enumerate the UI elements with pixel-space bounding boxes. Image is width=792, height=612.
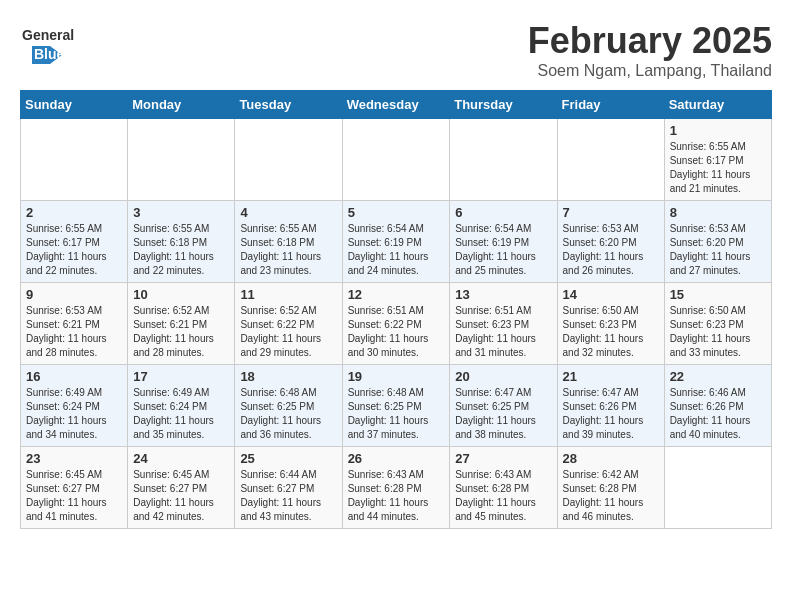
day-info: Sunrise: 6:50 AM Sunset: 6:23 PM Dayligh… bbox=[670, 304, 766, 360]
day-info: Sunrise: 6:43 AM Sunset: 6:28 PM Dayligh… bbox=[348, 468, 445, 524]
day-info: Sunrise: 6:52 AM Sunset: 6:21 PM Dayligh… bbox=[133, 304, 229, 360]
calendar-cell: 16Sunrise: 6:49 AM Sunset: 6:24 PM Dayli… bbox=[21, 365, 128, 447]
day-number: 27 bbox=[455, 451, 551, 466]
day-info: Sunrise: 6:53 AM Sunset: 6:21 PM Dayligh… bbox=[26, 304, 122, 360]
day-header-saturday: Saturday bbox=[664, 91, 771, 119]
day-number: 26 bbox=[348, 451, 445, 466]
calendar-cell: 2Sunrise: 6:55 AM Sunset: 6:17 PM Daylig… bbox=[21, 201, 128, 283]
calendar-week-row: 1Sunrise: 6:55 AM Sunset: 6:17 PM Daylig… bbox=[21, 119, 772, 201]
day-number: 1 bbox=[670, 123, 766, 138]
calendar-cell: 23Sunrise: 6:45 AM Sunset: 6:27 PM Dayli… bbox=[21, 447, 128, 529]
calendar-week-row: 2Sunrise: 6:55 AM Sunset: 6:17 PM Daylig… bbox=[21, 201, 772, 283]
calendar-cell: 11Sunrise: 6:52 AM Sunset: 6:22 PM Dayli… bbox=[235, 283, 342, 365]
day-number: 11 bbox=[240, 287, 336, 302]
calendar-cell: 5Sunrise: 6:54 AM Sunset: 6:19 PM Daylig… bbox=[342, 201, 450, 283]
calendar-cell: 19Sunrise: 6:48 AM Sunset: 6:25 PM Dayli… bbox=[342, 365, 450, 447]
day-info: Sunrise: 6:51 AM Sunset: 6:23 PM Dayligh… bbox=[455, 304, 551, 360]
calendar-table: SundayMondayTuesdayWednesdayThursdayFrid… bbox=[20, 90, 772, 529]
logo-icon: General Blue bbox=[20, 20, 90, 70]
day-info: Sunrise: 6:51 AM Sunset: 6:22 PM Dayligh… bbox=[348, 304, 445, 360]
calendar-cell: 17Sunrise: 6:49 AM Sunset: 6:24 PM Dayli… bbox=[128, 365, 235, 447]
day-number: 20 bbox=[455, 369, 551, 384]
day-info: Sunrise: 6:47 AM Sunset: 6:26 PM Dayligh… bbox=[563, 386, 659, 442]
day-header-thursday: Thursday bbox=[450, 91, 557, 119]
day-number: 4 bbox=[240, 205, 336, 220]
calendar-cell: 3Sunrise: 6:55 AM Sunset: 6:18 PM Daylig… bbox=[128, 201, 235, 283]
day-header-monday: Monday bbox=[128, 91, 235, 119]
day-number: 13 bbox=[455, 287, 551, 302]
calendar-cell: 22Sunrise: 6:46 AM Sunset: 6:26 PM Dayli… bbox=[664, 365, 771, 447]
calendar-cell: 28Sunrise: 6:42 AM Sunset: 6:28 PM Dayli… bbox=[557, 447, 664, 529]
day-info: Sunrise: 6:55 AM Sunset: 6:18 PM Dayligh… bbox=[240, 222, 336, 278]
day-header-wednesday: Wednesday bbox=[342, 91, 450, 119]
day-info: Sunrise: 6:48 AM Sunset: 6:25 PM Dayligh… bbox=[240, 386, 336, 442]
calendar-cell: 8Sunrise: 6:53 AM Sunset: 6:20 PM Daylig… bbox=[664, 201, 771, 283]
calendar-cell bbox=[128, 119, 235, 201]
day-number: 2 bbox=[26, 205, 122, 220]
day-info: Sunrise: 6:46 AM Sunset: 6:26 PM Dayligh… bbox=[670, 386, 766, 442]
day-number: 8 bbox=[670, 205, 766, 220]
day-header-sunday: Sunday bbox=[21, 91, 128, 119]
month-title: February 2025 bbox=[528, 20, 772, 62]
calendar-cell bbox=[21, 119, 128, 201]
calendar-week-row: 9Sunrise: 6:53 AM Sunset: 6:21 PM Daylig… bbox=[21, 283, 772, 365]
day-header-friday: Friday bbox=[557, 91, 664, 119]
calendar-week-row: 23Sunrise: 6:45 AM Sunset: 6:27 PM Dayli… bbox=[21, 447, 772, 529]
day-info: Sunrise: 6:42 AM Sunset: 6:28 PM Dayligh… bbox=[563, 468, 659, 524]
day-info: Sunrise: 6:50 AM Sunset: 6:23 PM Dayligh… bbox=[563, 304, 659, 360]
day-number: 9 bbox=[26, 287, 122, 302]
calendar-cell: 12Sunrise: 6:51 AM Sunset: 6:22 PM Dayli… bbox=[342, 283, 450, 365]
calendar-cell bbox=[664, 447, 771, 529]
calendar-cell: 4Sunrise: 6:55 AM Sunset: 6:18 PM Daylig… bbox=[235, 201, 342, 283]
calendar-cell: 9Sunrise: 6:53 AM Sunset: 6:21 PM Daylig… bbox=[21, 283, 128, 365]
title-section: February 2025 Soem Ngam, Lampang, Thaila… bbox=[528, 20, 772, 80]
day-number: 12 bbox=[348, 287, 445, 302]
day-info: Sunrise: 6:55 AM Sunset: 6:17 PM Dayligh… bbox=[26, 222, 122, 278]
day-info: Sunrise: 6:49 AM Sunset: 6:24 PM Dayligh… bbox=[133, 386, 229, 442]
day-number: 17 bbox=[133, 369, 229, 384]
day-info: Sunrise: 6:52 AM Sunset: 6:22 PM Dayligh… bbox=[240, 304, 336, 360]
day-number: 14 bbox=[563, 287, 659, 302]
day-number: 22 bbox=[670, 369, 766, 384]
calendar-cell: 15Sunrise: 6:50 AM Sunset: 6:23 PM Dayli… bbox=[664, 283, 771, 365]
day-number: 15 bbox=[670, 287, 766, 302]
day-number: 21 bbox=[563, 369, 659, 384]
logo: General Blue bbox=[20, 20, 90, 74]
page-header: General Blue February 2025 Soem Ngam, La… bbox=[20, 20, 772, 80]
day-info: Sunrise: 6:48 AM Sunset: 6:25 PM Dayligh… bbox=[348, 386, 445, 442]
day-number: 3 bbox=[133, 205, 229, 220]
day-info: Sunrise: 6:53 AM Sunset: 6:20 PM Dayligh… bbox=[563, 222, 659, 278]
svg-text:General: General bbox=[22, 27, 74, 43]
day-info: Sunrise: 6:43 AM Sunset: 6:28 PM Dayligh… bbox=[455, 468, 551, 524]
day-number: 19 bbox=[348, 369, 445, 384]
day-info: Sunrise: 6:49 AM Sunset: 6:24 PM Dayligh… bbox=[26, 386, 122, 442]
calendar-cell bbox=[235, 119, 342, 201]
day-info: Sunrise: 6:54 AM Sunset: 6:19 PM Dayligh… bbox=[348, 222, 445, 278]
day-number: 24 bbox=[133, 451, 229, 466]
calendar-header-row: SundayMondayTuesdayWednesdayThursdayFrid… bbox=[21, 91, 772, 119]
calendar-cell: 26Sunrise: 6:43 AM Sunset: 6:28 PM Dayli… bbox=[342, 447, 450, 529]
calendar-cell: 24Sunrise: 6:45 AM Sunset: 6:27 PM Dayli… bbox=[128, 447, 235, 529]
day-info: Sunrise: 6:45 AM Sunset: 6:27 PM Dayligh… bbox=[133, 468, 229, 524]
day-number: 7 bbox=[563, 205, 659, 220]
calendar-cell: 6Sunrise: 6:54 AM Sunset: 6:19 PM Daylig… bbox=[450, 201, 557, 283]
day-header-tuesday: Tuesday bbox=[235, 91, 342, 119]
day-number: 28 bbox=[563, 451, 659, 466]
calendar-cell: 10Sunrise: 6:52 AM Sunset: 6:21 PM Dayli… bbox=[128, 283, 235, 365]
day-number: 16 bbox=[26, 369, 122, 384]
day-info: Sunrise: 6:53 AM Sunset: 6:20 PM Dayligh… bbox=[670, 222, 766, 278]
calendar-cell: 20Sunrise: 6:47 AM Sunset: 6:25 PM Dayli… bbox=[450, 365, 557, 447]
calendar-cell: 1Sunrise: 6:55 AM Sunset: 6:17 PM Daylig… bbox=[664, 119, 771, 201]
day-number: 5 bbox=[348, 205, 445, 220]
calendar-cell: 13Sunrise: 6:51 AM Sunset: 6:23 PM Dayli… bbox=[450, 283, 557, 365]
calendar-cell: 14Sunrise: 6:50 AM Sunset: 6:23 PM Dayli… bbox=[557, 283, 664, 365]
calendar-week-row: 16Sunrise: 6:49 AM Sunset: 6:24 PM Dayli… bbox=[21, 365, 772, 447]
day-info: Sunrise: 6:55 AM Sunset: 6:17 PM Dayligh… bbox=[670, 140, 766, 196]
calendar-cell bbox=[557, 119, 664, 201]
calendar-cell bbox=[342, 119, 450, 201]
calendar-cell: 25Sunrise: 6:44 AM Sunset: 6:27 PM Dayli… bbox=[235, 447, 342, 529]
svg-text:Blue: Blue bbox=[34, 46, 65, 62]
calendar-cell: 21Sunrise: 6:47 AM Sunset: 6:26 PM Dayli… bbox=[557, 365, 664, 447]
location-title: Soem Ngam, Lampang, Thailand bbox=[528, 62, 772, 80]
day-number: 23 bbox=[26, 451, 122, 466]
